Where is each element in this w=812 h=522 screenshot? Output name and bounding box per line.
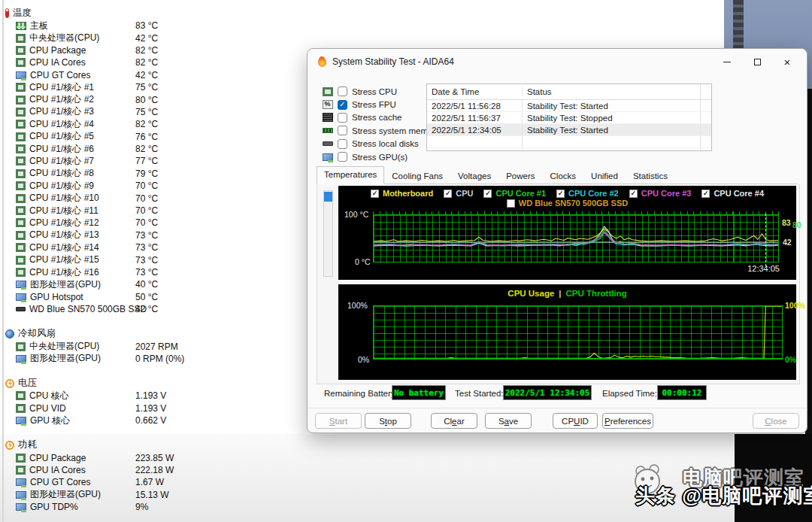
sensor-label: CPU #1/核心 #3 — [29, 105, 94, 118]
cursor-value-label: 83 — [782, 219, 791, 228]
tab-cooling-fans[interactable]: Cooling Fans — [384, 168, 450, 184]
sensor-row: 中央处理器(CPU)2027 RPM — [0, 340, 307, 352]
gpu-icon — [16, 503, 26, 511]
log-row[interactable]: 2022/5/1 11:56:28Stability Test: Started — [427, 100, 711, 112]
legend-item[interactable]: ✓CPU — [444, 189, 473, 198]
fpu-icon — [323, 100, 333, 109]
log-table: Date & Time Status 2022/5/1 11:56:28Stab… — [426, 83, 712, 151]
tab-voltages[interactable]: Voltages — [450, 168, 498, 184]
stress-option[interactable]: Stress cache — [323, 111, 440, 124]
clear-button[interactable]: Clear — [431, 413, 477, 429]
legend-item[interactable]: ✓CPU Core #4 — [701, 189, 764, 198]
legend-checkbox[interactable]: ✓ — [629, 190, 638, 198]
stress-checkbox[interactable] — [338, 126, 347, 135]
cpu-icon — [16, 181, 26, 190]
legend-checkbox[interactable]: ✓ — [444, 190, 452, 198]
gpu-icon — [16, 417, 26, 424]
sensor-label: CPU GT Cores — [30, 70, 90, 80]
stop-button[interactable]: Stop — [365, 413, 411, 429]
sensor-value: 77 °C — [135, 156, 158, 166]
stress-checkbox[interactable] — [338, 152, 347, 162]
cursor-time-label: 12:34:05 — [747, 264, 780, 273]
usage-plot — [373, 305, 783, 360]
tab-statistics[interactable]: Statistics — [626, 168, 675, 184]
preferences-button[interactable]: Preferences — [602, 413, 653, 429]
chart-zoom-scrollbar[interactable] — [323, 190, 333, 277]
sensor-row: CPU #1/核心 #1070 °C — [0, 192, 307, 204]
window-controls: × — [712, 49, 802, 74]
start-button[interactable]: Start — [315, 413, 362, 429]
cpu-icon — [16, 206, 26, 215]
usage-series-svg — [374, 306, 782, 359]
status-bar: Remaining Battery: No battery Test Start… — [308, 385, 807, 403]
usage-y-max-label: 100% — [347, 301, 368, 310]
temperature-legend: ✓Motherboard✓CPU✓CPU Core #1✓CPU Core #2… — [338, 186, 796, 198]
legend-item[interactable]: ✓CPU Core #3 — [629, 189, 692, 198]
sensor-label: CPU #1/核心 #5 — [29, 130, 94, 143]
stress-option-label: Stress FPU — [352, 100, 396, 109]
stress-checkbox[interactable] — [338, 86, 347, 96]
log-status-cell: Stability Test: Started — [522, 124, 700, 135]
close-button[interactable]: Close — [753, 413, 799, 429]
legend-checkbox[interactable] — [507, 199, 515, 208]
stress-option[interactable]: Stress local disks — [323, 138, 440, 150]
voltage-icon — [5, 379, 14, 388]
column-status[interactable]: Status — [522, 87, 700, 96]
sensor-label: CPU #1/核心 #12 — [29, 217, 99, 229]
sensor-label: CPU #1/核心 #13 — [29, 229, 99, 241]
save-button[interactable]: Save — [485, 413, 532, 429]
stress-checkbox[interactable] — [338, 139, 347, 149]
stress-option[interactable]: Stress system memory — [323, 124, 440, 137]
sensor-value: 73 °C — [135, 267, 158, 278]
cpu-icon — [16, 194, 26, 203]
maximize-button[interactable] — [742, 50, 772, 73]
log-table-header[interactable]: Date & Time Status — [427, 84, 711, 100]
tab-temperatures[interactable]: Temperatures — [317, 166, 384, 184]
legend-checkbox[interactable]: ✓ — [371, 190, 379, 198]
stress-option-label: Stress GPU(s) — [352, 153, 408, 162]
sensor-label: 图形处理器(GPU) — [30, 352, 101, 365]
gpu-icon — [16, 355, 26, 363]
sensor-row: CPU IA Cores82 °C — [0, 56, 307, 68]
legend-checkbox[interactable]: ✓ — [483, 190, 492, 198]
stress-option[interactable]: Stress GPU(s) — [323, 150, 440, 163]
legend-item[interactable]: ✓CPU Core #2 — [556, 189, 619, 198]
log-row[interactable]: 2022/5/1 11:56:37Stability Test: Stopped — [427, 112, 711, 124]
sensor-row: CPU GT Cores1.67 W — [0, 476, 307, 488]
sensor-label: CPU Package — [29, 453, 86, 463]
legend-checkbox[interactable]: ✓ — [701, 190, 710, 198]
stress-option[interactable]: Stress CPU — [323, 85, 440, 98]
log-date-cell: 2022/5/1 11:56:28 — [427, 102, 522, 111]
temperature-series-svg — [374, 215, 778, 262]
cursor-value-label: 80 — [792, 221, 801, 230]
legend-item[interactable]: ✓CPU Core #1 — [483, 189, 546, 198]
cpu-icon — [16, 83, 26, 92]
elapsed-label: Elapsed Time: — [602, 389, 657, 398]
stress-options-list: Stress CPU✓Stress FPUStress cacheStress … — [323, 85, 440, 163]
cpu-icon — [16, 243, 26, 252]
stress-option[interactable]: ✓Stress FPU — [323, 98, 440, 111]
cpuid-button[interactable]: CPUID — [553, 413, 598, 429]
log-row[interactable]: 2022/5/1 12:34:05Stability Test: Started — [427, 124, 711, 136]
stress-checkbox[interactable]: ✓ — [338, 100, 347, 110]
sensor-value: 80 °C — [135, 95, 158, 105]
cpu-icon — [16, 256, 26, 265]
temperature-chart: ✓Motherboard✓CPU✓CPU Core #1✓CPU Core #2… — [338, 186, 796, 280]
sensor-section-label: 温度 — [13, 7, 32, 20]
scrollbar-thumb[interactable] — [324, 192, 332, 202]
stress-checkbox[interactable] — [338, 113, 347, 123]
sensor-value: 42 °C — [135, 304, 158, 314]
tab-clocks[interactable]: Clocks — [543, 168, 584, 184]
tab-powers[interactable]: Powers — [498, 168, 542, 184]
legend-item[interactable]: WD Blue SN570 500GB SSD — [507, 199, 629, 208]
column-date-time[interactable]: Date & Time — [427, 87, 522, 96]
tab-unified[interactable]: Unified — [583, 168, 626, 184]
log-rows: 2022/5/1 11:56:28Stability Test: Started… — [427, 100, 711, 151]
legend-label: Motherboard — [383, 189, 433, 198]
minimize-button[interactable] — [712, 50, 742, 73]
aida64-window: System Stability Test - AIDA64 × Stress … — [307, 48, 807, 433]
close-button[interactable]: × — [772, 50, 802, 73]
sensor-value: 70 °C — [135, 181, 158, 191]
legend-checkbox[interactable]: ✓ — [556, 190, 565, 198]
legend-item[interactable]: ✓Motherboard — [371, 189, 433, 198]
